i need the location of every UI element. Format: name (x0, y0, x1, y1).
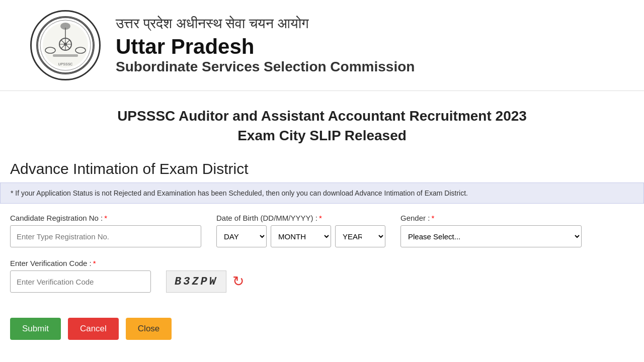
section-heading: Advance Intimation of Exam District (0, 155, 644, 183)
page-title-line1: UPSSSC Auditor and Assistant Accountant … (117, 108, 527, 124)
dob-year-select[interactable]: YEAR (335, 225, 385, 247)
close-button[interactable]: Close (126, 318, 172, 340)
verification-label: Enter Verification Code :* (10, 259, 151, 267)
page-title-section: UPSSSC Auditor and Assistant Accountant … (0, 91, 644, 155)
verification-code-group: Enter Verification Code :* (10, 259, 151, 293)
logo-emblem: UPSSSC (30, 10, 101, 80)
info-banner: * If your Application Status is not Reje… (0, 183, 644, 204)
gender-group: Gender :* Please Select... (400, 214, 582, 247)
page-title-line2: Exam City SLIP Released (237, 128, 407, 143)
header-text-block: उत्तर प्रदेश अधीनस्थ सेवा चयन आयोग Uttar… (116, 16, 415, 74)
dob-month-select[interactable]: MONTH (271, 225, 331, 247)
page-header: UPSSSC उत्तर प्रदेश अधीनस्थ सेवा चयन आयो… (0, 0, 644, 91)
required-marker: * (104, 214, 107, 222)
gender-select[interactable]: Please Select... (400, 225, 582, 247)
form-area: Candidate Registration No :* Date of Bir… (0, 214, 644, 313)
verification-code-input[interactable] (10, 270, 151, 293)
emblem-svg: UPSSSC (35, 15, 96, 75)
captcha-image: B3ZPW (166, 270, 226, 293)
header-english-sub: Subordinate Services Selection Commissio… (116, 59, 415, 75)
refresh-captcha-button[interactable]: ↻ (232, 275, 244, 289)
dob-selects: DAY MONTH YEAR (216, 225, 385, 247)
svg-rect-13 (53, 54, 78, 57)
submit-button[interactable]: Submit (10, 318, 61, 340)
verification-required-marker: * (93, 259, 96, 267)
dob-required-marker: * (319, 214, 322, 222)
gender-label: Gender :* (400, 214, 582, 222)
dob-day-select[interactable]: DAY (216, 225, 267, 247)
svg-text:UPSSSC: UPSSSC (58, 62, 73, 66)
cancel-button[interactable]: Cancel (68, 318, 119, 340)
header-english-main: Uttar Pradesh (116, 35, 415, 58)
button-row: Submit Cancel Close (0, 313, 644, 350)
dob-label: Date of Birth (DD/MM/YYYY) :* (216, 214, 385, 222)
registration-input[interactable] (10, 225, 201, 247)
registration-label: Candidate Registration No :* (10, 214, 201, 222)
header-hindi-title: उत्तर प्रदेश अधीनस्थ सेवा चयन आयोग (116, 16, 415, 32)
form-row-2: Enter Verification Code :* B3ZPW ↻ (10, 257, 634, 293)
gender-required-marker: * (431, 214, 434, 222)
registration-group: Candidate Registration No :* (10, 214, 201, 247)
form-row-1: Candidate Registration No :* Date of Bir… (10, 214, 634, 247)
captcha-container: B3ZPW ↻ (166, 270, 244, 293)
svg-point-12 (60, 23, 70, 30)
page-title: UPSSSC Auditor and Assistant Accountant … (10, 106, 634, 145)
dob-group: Date of Birth (DD/MM/YYYY) :* DAY MONTH … (216, 214, 385, 247)
